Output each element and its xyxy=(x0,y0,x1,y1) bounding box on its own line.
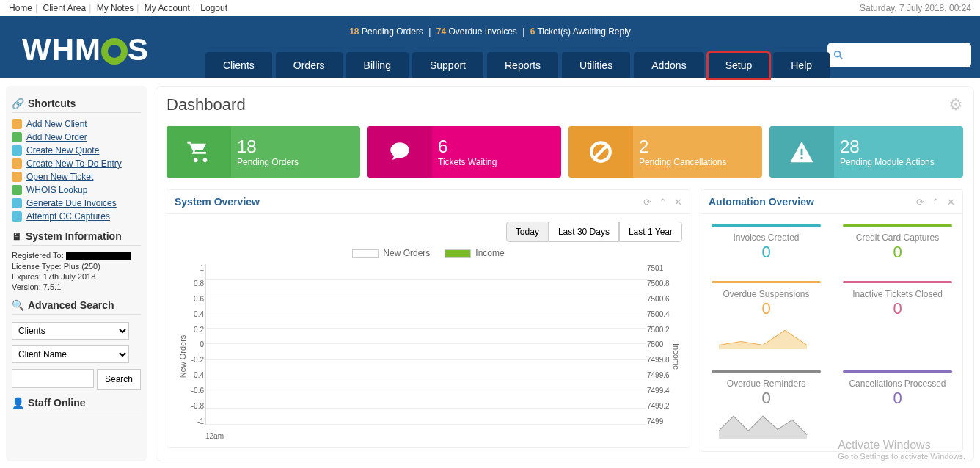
top-link-notes[interactable]: My Notes xyxy=(97,3,134,13)
nav-addons[interactable]: Addons xyxy=(634,52,703,78)
shortcut-item[interactable]: Create New To-Do Entry xyxy=(12,157,141,170)
svg-point-3 xyxy=(203,158,208,163)
tab-today[interactable]: Today xyxy=(506,222,549,242)
tile-icon xyxy=(167,126,231,178)
automation-cell[interactable]: Credit Card Captures0 xyxy=(843,224,952,262)
link-icon: 🔗 xyxy=(12,98,24,109)
search-button[interactable]: Search xyxy=(97,369,141,390)
svg-rect-6 xyxy=(801,149,803,156)
shortcut-icon xyxy=(12,185,22,195)
overview-chart: New Orders Income 10.80.60.40.20-0.2-0.4… xyxy=(205,264,646,440)
magnifier-icon: 🔍 xyxy=(12,299,24,311)
datetime-label: Saturday, 7 July 2018, 00:24 xyxy=(860,3,971,13)
sysinfo-heading: 🖥System Information xyxy=(12,230,141,246)
nav-help[interactable]: Help xyxy=(773,52,830,78)
stat-tile[interactable]: 18Pending Orders xyxy=(167,126,360,178)
metric-name: Overdue Suspensions xyxy=(712,289,821,299)
tile-icon xyxy=(769,126,834,178)
global-search[interactable] xyxy=(827,43,971,67)
automation-overview-title: Automation Overview xyxy=(709,196,814,208)
top-utility-bar: Home| Client Area| My Notes| My Account|… xyxy=(0,0,980,16)
stat-tile[interactable]: 2Pending Cancellations xyxy=(568,126,762,178)
metric-name: Invoices Created xyxy=(712,233,821,243)
shortcut-icon xyxy=(12,145,22,156)
tile-icon xyxy=(368,126,432,178)
svg-line-1 xyxy=(840,56,843,59)
refresh-icon[interactable]: ⟳ xyxy=(643,197,651,208)
search-query-input[interactable] xyxy=(12,369,94,388)
top-link-client[interactable]: Client Area xyxy=(43,3,86,13)
shortcut-item[interactable]: WHOIS Lookup xyxy=(12,183,141,197)
top-link-account[interactable]: My Account xyxy=(145,3,190,13)
metric-name: Overdue Reminders xyxy=(712,379,821,389)
metric-value: 0 xyxy=(843,389,952,408)
top-links: Home| Client Area| My Notes| My Account|… xyxy=(9,3,227,13)
nav-utilities[interactable]: Utilities xyxy=(562,52,630,78)
x-tick: 12am xyxy=(205,432,224,440)
metric-value: 0 xyxy=(843,299,952,318)
close-icon[interactable]: ✕ xyxy=(947,197,955,208)
adv-search-heading: 🔍Advanced Search xyxy=(12,299,141,315)
page-title: Dashboard xyxy=(167,95,246,114)
version: Version: 7.5.1 xyxy=(12,282,141,292)
shortcut-item[interactable]: Open New Ticket xyxy=(12,170,141,183)
gear-icon xyxy=(101,38,128,65)
shortcut-item[interactable]: Create New Quote xyxy=(12,144,141,157)
metric-value: 0 xyxy=(712,389,821,408)
svg-rect-7 xyxy=(801,157,803,159)
svg-marker-8 xyxy=(719,331,807,349)
shortcut-item[interactable]: Attempt CC Captures xyxy=(12,210,141,223)
close-icon[interactable]: ✕ xyxy=(674,197,682,208)
logo: WHMS xyxy=(22,32,149,67)
nav-clients[interactable]: Clients xyxy=(205,52,272,78)
redacted-bar xyxy=(66,252,131,260)
license-type: License Type: Plus (250) xyxy=(12,261,141,271)
pending-orders-label[interactable]: Pending Orders xyxy=(359,26,423,37)
overdue-count[interactable]: 74 xyxy=(436,26,446,37)
search-field-select[interactable]: Client Name xyxy=(12,345,129,363)
automation-cell[interactable]: Overdue Suspensions0 xyxy=(712,281,821,351)
nav-billing[interactable]: Billing xyxy=(346,52,409,78)
refresh-icon[interactable]: ⟳ xyxy=(916,197,924,208)
collapse-icon[interactable]: ⌃ xyxy=(659,197,667,208)
pending-orders-count[interactable]: 18 xyxy=(349,26,359,37)
user-icon: 👤 xyxy=(12,397,24,409)
nav-setup[interactable]: Setup xyxy=(708,52,770,78)
system-overview-title: System Overview xyxy=(175,196,260,208)
header-bar: WHMS 18 Pending Orders | 74 Overdue Invo… xyxy=(0,16,980,78)
search-icon xyxy=(833,50,844,60)
metric-name: Inactive Tickets Closed xyxy=(843,289,952,299)
top-link-logout[interactable]: Logout xyxy=(200,3,227,13)
tickets-label[interactable]: Ticket(s) Awaiting Reply xyxy=(535,26,631,37)
overdue-label[interactable]: Overdue Invoices xyxy=(446,26,517,37)
nav-support[interactable]: Support xyxy=(412,52,483,78)
shortcut-icon xyxy=(12,172,22,182)
svg-point-2 xyxy=(194,158,198,163)
shortcut-icon xyxy=(12,119,22,129)
shortcut-item[interactable]: Add New Client xyxy=(12,117,141,131)
sidebar: 🔗Shortcuts Add New ClientAdd New Order C… xyxy=(6,86,147,461)
stat-tile[interactable]: 6Tickets Waiting xyxy=(368,126,561,178)
tab-30days[interactable]: Last 30 Days xyxy=(549,222,619,242)
search-scope-select[interactable]: Clients xyxy=(12,322,129,340)
system-overview-panel: System Overview ⟳ ⌃ ✕ Today Last 30 Days… xyxy=(167,189,690,448)
stat-tile[interactable]: 28Pending Module Actions xyxy=(769,126,963,178)
nav-orders[interactable]: Orders xyxy=(276,52,343,78)
shortcut-item[interactable]: Generate Due Invoices xyxy=(12,197,141,210)
metric-value: 0 xyxy=(843,243,952,262)
collapse-icon[interactable]: ⌃ xyxy=(932,197,940,208)
tab-1year[interactable]: Last 1 Year xyxy=(619,222,682,242)
top-link-home[interactable]: Home xyxy=(9,3,32,13)
automation-cell[interactable]: Invoices Created0 xyxy=(712,224,821,262)
settings-icon[interactable]: ⚙ xyxy=(948,95,963,114)
automation-cell[interactable]: Overdue Reminders0 xyxy=(712,370,821,441)
automation-cell[interactable]: Cancellations Processed0 xyxy=(843,370,952,441)
shortcut-item[interactable]: Add New Order xyxy=(12,131,141,144)
shortcut-icon xyxy=(12,132,22,142)
metric-value: 0 xyxy=(712,299,821,318)
alert-summary: 18 Pending Orders | 74 Overdue Invoices … xyxy=(349,26,631,37)
tile-number: 18 xyxy=(237,136,354,157)
automation-cell[interactable]: Inactive Tickets Closed0 xyxy=(843,281,952,351)
tile-number: 28 xyxy=(840,136,957,157)
nav-reports[interactable]: Reports xyxy=(487,52,558,78)
